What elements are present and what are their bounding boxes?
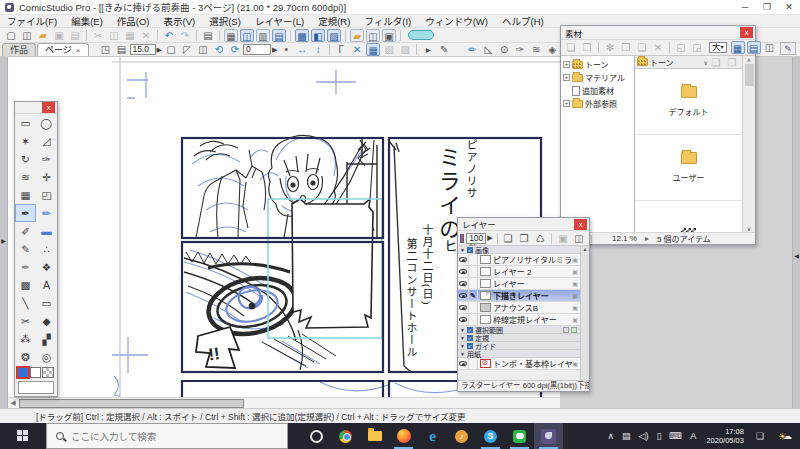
layer-row-piano-recital[interactable]: ピアノリサイタルミライの...▣ <box>458 254 580 266</box>
taskbar-search[interactable] <box>46 423 288 449</box>
preview-window-toggle[interactable]: ▥ <box>256 29 270 42</box>
action-center-icon[interactable]: ❏ <box>756 431 764 441</box>
rotate-angle-spinner[interactable]: ▶ <box>272 46 277 54</box>
close-icon[interactable]: x <box>740 27 753 38</box>
curve-ruler-icon[interactable]: ✑ <box>513 43 527 56</box>
group-checkbox[interactable]: ✓ <box>467 335 473 341</box>
print-icon[interactable]: ▤ <box>201 29 215 42</box>
mat-new-icon[interactable]: ✻ <box>603 41 617 54</box>
maximize-button[interactable]: ❐ <box>756 0 778 14</box>
tree-item-added[interactable]: 追加素材 <box>561 84 634 97</box>
eye-cell[interactable] <box>458 266 469 277</box>
weather-icon[interactable]: ☀☁ <box>770 423 800 449</box>
pen-tool[interactable]: ✒ <box>15 204 36 222</box>
menu-item-help[interactable]: ヘルプ(H) <box>495 15 551 28</box>
folder-new-icon[interactable]: ❐ <box>725 56 739 69</box>
rotate-angle-field[interactable]: 0 <box>243 44 271 55</box>
cut-icon[interactable]: ✂ <box>91 29 105 42</box>
frame-cutter-tool[interactable]: ◰ <box>36 186 57 204</box>
collapse-triangle-icon[interactable]: ▼ <box>460 351 465 357</box>
crop-mark-icon[interactable]: Γ <box>334 43 348 56</box>
material-item-tone-item[interactable] <box>635 201 742 232</box>
mat-copy-icon[interactable]: ❏ <box>564 41 578 54</box>
transparent-color-swatch[interactable] <box>42 367 54 378</box>
mat-register-icon[interactable]: ❏ <box>635 41 649 54</box>
menu-item-file[interactable]: ファイル(F) <box>0 15 64 28</box>
scale-select-tool[interactable]: ≋ <box>15 168 36 186</box>
move-tool[interactable]: ✛ <box>36 168 57 186</box>
shape-tool[interactable]: ▭ <box>36 294 57 312</box>
ink-tool[interactable]: ✒ <box>15 258 36 276</box>
eye-cell[interactable] <box>458 278 469 289</box>
selection-pen-tool[interactable]: ✑ <box>36 150 57 168</box>
layer-opacity-field[interactable]: 100 % <box>466 233 486 244</box>
selection-icon[interactable] <box>563 327 569 333</box>
ellipse-ruler-icon[interactable]: ⊙ <box>497 43 511 56</box>
layout-view-icon[interactable]: ◳ <box>99 43 113 56</box>
tone-tool[interactable]: ⁂ <box>15 330 36 348</box>
grid-tool[interactable]: ▦ <box>15 186 36 204</box>
scroll-left-arrow[interactable]: ◀ <box>8 399 18 407</box>
scrollbar-thumb[interactable] <box>19 399 244 408</box>
menu-item-edit[interactable]: 編集(E) <box>64 15 110 28</box>
taskbar-app-explorer[interactable] <box>360 423 389 449</box>
eye-cell[interactable] <box>458 302 469 313</box>
thumbnail-size-select[interactable]: 大▾ <box>709 42 727 53</box>
group-checkbox[interactable]: ✓ <box>467 327 473 333</box>
text-tool[interactable]: A <box>36 276 57 294</box>
materials-palette-toggle[interactable]: ▨ <box>327 29 341 42</box>
save-icon[interactable]: ▣ <box>52 29 66 42</box>
close-view-icon[interactable]: ✕ <box>350 43 364 56</box>
marker-tool[interactable]: ✎ <box>15 240 36 258</box>
new-page-icon[interactable]: ▢ <box>4 29 18 42</box>
new-layer-icon[interactable]: ❏ <box>501 232 515 245</box>
tree-item-material[interactable]: +マテリアル <box>561 71 634 84</box>
materials-folder-selector[interactable]: トーン ∨ ❏ ❐ <box>635 56 742 69</box>
foreground-color-swatch[interactable] <box>17 367 29 378</box>
menu-item-window[interactable]: ウィンドウ(W) <box>418 15 495 28</box>
eye-cell[interactable] <box>458 314 469 325</box>
flip-horizontal-icon[interactable]: ↔ <box>295 43 309 56</box>
paste-icon[interactable]: ▦ <box>123 29 137 42</box>
materials-palette-titlebar[interactable]: 素材 x <box>561 26 755 40</box>
taskbar-app-cortana[interactable] <box>302 423 331 449</box>
volume-icon[interactable]: ◁) <box>638 431 648 441</box>
tree-item-external[interactable]: +外部参照 <box>561 97 634 110</box>
layer-group-image[interactable]: ▼✓画像 <box>458 246 580 254</box>
magic-wand-tool[interactable]: ✶ <box>15 132 36 150</box>
layer-group-paper[interactable]: ▼用紙 <box>458 350 580 358</box>
delete-layer-icon[interactable]: ♺ <box>533 232 547 245</box>
gradient-tool[interactable]: ▩ <box>15 276 36 294</box>
mat-up-icon[interactable]: ◱ <box>674 41 688 54</box>
layer-list-scrollbar[interactable]: ▲ <box>580 246 589 380</box>
mat-new-folder-icon[interactable]: ❐ <box>619 41 633 54</box>
expand-options-icon[interactable]: ▸ <box>421 43 435 56</box>
layer-row-announce-b[interactable]: アナウンスB▣ <box>458 302 580 314</box>
triangle-ruler-icon[interactable]: ◺ <box>481 43 495 56</box>
layer-row-draft[interactable]: ✎下描きレイヤー▣ <box>458 290 580 302</box>
expand-plus-icon[interactable]: + <box>563 74 570 81</box>
rotate-ccw-icon[interactable]: ⟲ <box>212 43 226 56</box>
close-icon[interactable]: x <box>574 219 587 230</box>
hand-tool[interactable]: ❂ <box>15 348 36 366</box>
battery-icon[interactable]: ▯ <box>656 431 661 441</box>
undo-icon[interactable]: ↶ <box>162 29 176 42</box>
layer-panel-icon[interactable]: ◫ <box>572 232 586 245</box>
layers-palette-titlebar[interactable]: レイヤー x <box>458 218 589 231</box>
expand-icon[interactable]: ▸ <box>645 234 649 243</box>
taskbar-app-edge[interactable]: e <box>418 423 447 449</box>
polygon-select-tool[interactable]: ◿ <box>36 132 57 150</box>
material-item-user[interactable]: ユーザー <box>635 135 742 201</box>
mat-open-icon[interactable]: ◲ <box>690 41 704 54</box>
delete-icon[interactable]: ✕ <box>139 29 153 42</box>
collapse-triangle-icon[interactable]: ▼ <box>460 343 465 349</box>
collapse-triangle-icon[interactable]: ▼ <box>460 335 465 341</box>
left-dock-strip[interactable]: ▶ <box>0 57 8 408</box>
tab-story[interactable]: 作品 <box>2 43 36 56</box>
ime-mode-icon[interactable]: A <box>690 431 696 441</box>
start-button[interactable] <box>0 423 46 449</box>
taskbar-app-music[interactable]: ♪ <box>447 423 476 449</box>
menu-item-ruler[interactable]: 定規(R) <box>311 15 357 28</box>
redo-icon[interactable]: ↷ <box>178 29 192 42</box>
rotate-view-tool[interactable]: ↻ <box>15 150 36 168</box>
